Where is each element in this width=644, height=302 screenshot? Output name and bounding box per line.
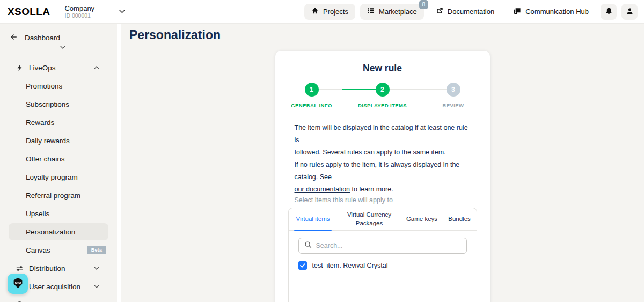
description-text: If no rules apply to the item, it is alw… bbox=[295, 161, 460, 181]
marketplace-badge: 8 bbox=[419, 0, 428, 9]
app-root: XSOLLA Company ID 000001 Projects bbox=[0, 0, 644, 302]
page-title: Personalization bbox=[129, 28, 644, 42]
header-nav: Projects Marketplace 8 bbox=[304, 4, 638, 20]
chevron-down-icon bbox=[60, 46, 65, 49]
chevron-down-icon bbox=[94, 267, 99, 270]
liveops-label: LiveOps bbox=[29, 64, 56, 72]
sidebar-item-liveops[interactable]: LiveOps bbox=[0, 58, 117, 77]
header-divider bbox=[57, 5, 57, 19]
marketplace-label: Marketplace bbox=[379, 8, 417, 16]
checkbox-checked-icon[interactable] bbox=[298, 261, 307, 270]
sidebar-item-referral-program[interactable]: Referral program bbox=[0, 186, 117, 204]
step-3-circle[interactable]: 3 bbox=[447, 83, 460, 97]
item-label: Subscriptions bbox=[26, 100, 69, 108]
documentation-link[interactable]: Documentation bbox=[429, 4, 501, 20]
notifications-button[interactable] bbox=[601, 4, 617, 20]
company-name: Company bbox=[64, 4, 94, 12]
external-link-icon bbox=[436, 7, 443, 16]
tab-bundles[interactable]: Bundles bbox=[443, 208, 477, 230]
step-connector-green bbox=[342, 89, 376, 90]
user-acquisition-label: User acquisition bbox=[29, 283, 80, 291]
sidebar-item-loyalty-program[interactable]: Loyalty program bbox=[0, 168, 117, 186]
description-text: followed. Several rules can apply to the… bbox=[295, 149, 446, 156]
lightning-icon bbox=[15, 64, 24, 72]
tune-icon bbox=[15, 264, 24, 272]
sidebar-item-promotions[interactable]: Promotions bbox=[0, 77, 117, 95]
sidebar-item-players-clipped[interactable]: Players bbox=[0, 296, 117, 302]
item-label: test_item. Revival Crystal bbox=[312, 262, 388, 269]
item-label: Referral program bbox=[26, 191, 80, 200]
step-3-label: REVIEW bbox=[443, 102, 464, 108]
account-button[interactable] bbox=[621, 4, 638, 20]
search-input[interactable] bbox=[316, 242, 461, 249]
sidebar-item-rewards[interactable]: Rewards bbox=[0, 113, 117, 131]
chevron-up-icon bbox=[94, 66, 99, 69]
communication-hub-link[interactable]: Communication Hub bbox=[506, 4, 596, 20]
search-icon bbox=[304, 241, 312, 251]
item-label: Personalization bbox=[26, 228, 75, 236]
card-title: New rule bbox=[295, 63, 471, 74]
list-icon bbox=[367, 7, 375, 16]
documentation-label: Documentation bbox=[448, 8, 494, 16]
description-line: followed. Several rules can apply to the… bbox=[295, 146, 471, 159]
step-connector-gray bbox=[390, 89, 447, 90]
company-switcher[interactable]: Company ID 000001 bbox=[64, 4, 94, 19]
description-text: The item will be displayed in the catalo… bbox=[295, 124, 468, 144]
main-content: Personalization New rule 1 2 3 GENERAL I… bbox=[121, 24, 644, 302]
rule-description: The item will be displayed in the catalo… bbox=[295, 122, 471, 196]
chevron-down-icon[interactable] bbox=[119, 10, 125, 13]
description-line: The item will be displayed in the catalo… bbox=[295, 122, 471, 146]
marketplace-button[interactable]: Marketplace 8 bbox=[360, 4, 424, 20]
documentation-link[interactable]: See bbox=[320, 173, 332, 181]
sidebar-item-canvas[interactable]: Canvas Beta bbox=[0, 241, 117, 259]
item-label: Promotions bbox=[26, 82, 62, 90]
sidebar-item-personalization-selected[interactable]: Personalization bbox=[9, 223, 108, 240]
communication-hub-label: Communication Hub bbox=[525, 8, 589, 16]
clipped-menu-item[interactable] bbox=[0, 44, 117, 54]
select-items-hint: Select items this rule will apply to bbox=[295, 196, 471, 204]
beta-badge: Beta bbox=[87, 246, 106, 254]
item-label: Rewards bbox=[26, 119, 54, 127]
tab-virtual-currency-packages[interactable]: Virtual Currency Packages bbox=[338, 208, 401, 230]
step-2-label: DISPLAYED ITEMS bbox=[358, 102, 407, 108]
description-line: If no rules apply to the item, it is alw… bbox=[295, 159, 471, 183]
back-to-dashboard[interactable]: Dashboard bbox=[10, 31, 117, 44]
arrow-left-icon bbox=[10, 33, 18, 42]
step-connector-gray bbox=[319, 89, 342, 90]
item-label: Upsells bbox=[26, 210, 49, 218]
catalog-item-row[interactable]: test_item. Revival Crystal bbox=[298, 261, 467, 270]
new-rule-card: New rule 1 2 3 GENERAL INFO DISPLAYED IT… bbox=[275, 51, 490, 302]
item-label: Offer chains bbox=[26, 155, 65, 163]
distribution-label: Distribution bbox=[29, 264, 65, 272]
home-icon bbox=[311, 7, 319, 16]
back-label: Dashboard bbox=[25, 34, 60, 42]
xsolla-logo: XSOLLA bbox=[8, 6, 50, 18]
projects-button[interactable]: Projects bbox=[304, 4, 355, 20]
chevron-down-icon bbox=[94, 285, 99, 288]
item-label: Loyalty program bbox=[26, 173, 78, 181]
top-header: XSOLLA Company ID 000001 Projects bbox=[0, 0, 644, 24]
sidebar: Dashboard LiveOps Promotions Subscriptio… bbox=[0, 24, 117, 302]
sidebar-item-offer-chains[interactable]: Offer chains bbox=[0, 150, 117, 168]
step-2-circle[interactable]: 2 bbox=[376, 83, 390, 97]
sidebar-item-subscriptions[interactable]: Subscriptions bbox=[0, 95, 117, 113]
projects-label: Projects bbox=[323, 8, 348, 16]
documentation-link[interactable]: our documentation bbox=[295, 186, 350, 193]
xsolla-mascot-icon bbox=[12, 277, 24, 291]
items-panel: Virtual items Virtual Currency Packages … bbox=[288, 208, 477, 302]
tab-game-keys[interactable]: Game keys bbox=[401, 208, 443, 230]
description-text: to learn more. bbox=[352, 186, 393, 193]
assistant-fab-button[interactable] bbox=[8, 274, 28, 294]
search-box[interactable] bbox=[298, 238, 467, 254]
user-icon bbox=[626, 7, 634, 17]
item-label: Daily rewards bbox=[26, 137, 70, 145]
chat-icon bbox=[513, 7, 521, 17]
description-line: our documentation to learn more. bbox=[295, 183, 471, 196]
sidebar-item-upsells[interactable]: Upsells bbox=[0, 204, 117, 223]
item-label: Canvas bbox=[26, 246, 50, 254]
tab-virtual-items[interactable]: Virtual items bbox=[289, 208, 338, 230]
step-1-label: GENERAL INFO bbox=[291, 102, 332, 108]
step-1-circle[interactable]: 1 bbox=[305, 83, 319, 97]
bell-icon bbox=[605, 7, 613, 17]
sidebar-item-daily-rewards[interactable]: Daily rewards bbox=[0, 131, 117, 150]
